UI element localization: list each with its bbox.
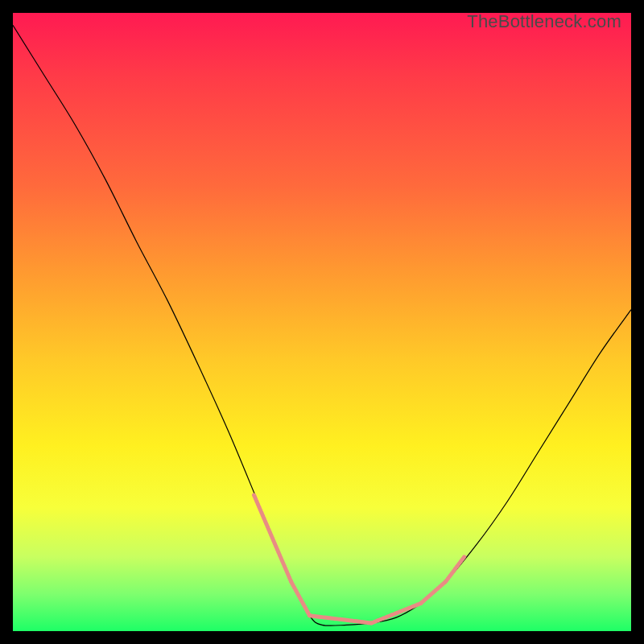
valley-marker-segment <box>421 582 446 604</box>
valley-marker-segment <box>291 582 310 616</box>
valley-markers <box>254 495 464 623</box>
watermark-text: TheBottleneck.com <box>467 13 621 32</box>
bottleneck-curve <box>13 25 631 625</box>
valley-marker-segment <box>446 557 464 582</box>
valley-marker-segment <box>310 616 372 623</box>
chart-svg <box>13 13 631 631</box>
plot-area: TheBottleneck.com <box>13 13 631 631</box>
chart-frame: TheBottleneck.com <box>0 0 644 644</box>
valley-marker-segment <box>254 495 291 582</box>
valley-marker-segment <box>371 603 420 623</box>
